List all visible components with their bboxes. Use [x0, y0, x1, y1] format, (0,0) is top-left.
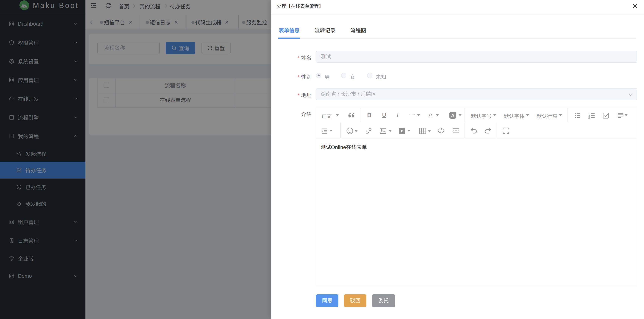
- svg-text:A: A: [451, 113, 454, 118]
- svg-text:3: 3: [588, 117, 590, 119]
